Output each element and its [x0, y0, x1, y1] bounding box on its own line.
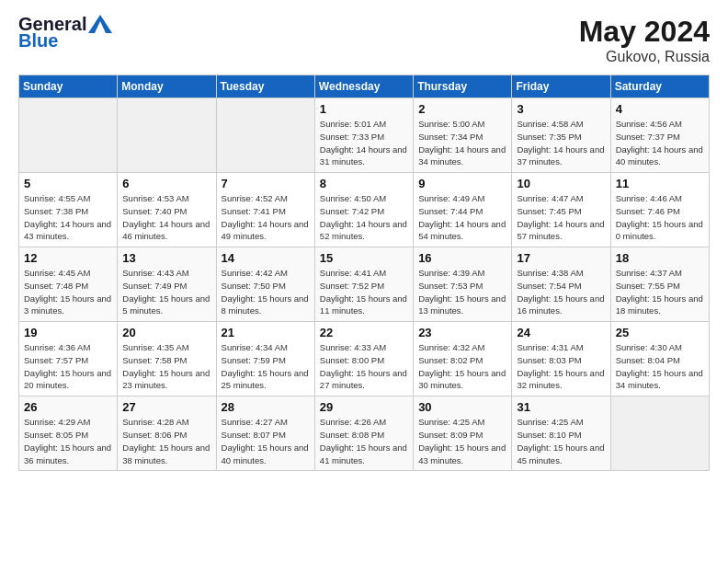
day-number: 24	[517, 326, 605, 339]
day-number: 14	[222, 251, 310, 265]
day-number: 16	[418, 251, 506, 265]
day-info: Sunrise: 4:25 AM Sunset: 8:09 PM Dayligh…	[418, 416, 506, 466]
day-number: 4	[616, 102, 704, 116]
day-info: Sunrise: 4:45 AM Sunset: 7:48 PM Dayligh…	[24, 267, 112, 317]
day-info: Sunrise: 4:31 AM Sunset: 8:03 PM Dayligh…	[517, 341, 605, 392]
calendar-table: SundayMondayTuesdayWednesdayThursdayFrid…	[18, 75, 710, 471]
day-info: Sunrise: 4:47 AM Sunset: 7:45 PM Dayligh…	[517, 192, 605, 243]
day-number: 2	[418, 102, 506, 116]
day-number: 22	[320, 326, 408, 339]
weekday-header-saturday: Saturday	[610, 75, 709, 98]
day-number: 13	[122, 251, 210, 265]
day-number: 20	[122, 326, 210, 339]
day-number: 28	[222, 400, 310, 414]
day-info: Sunrise: 4:56 AM Sunset: 7:37 PM Dayligh…	[616, 118, 704, 168]
day-number: 17	[517, 251, 605, 265]
calendar-cell: 8Sunrise: 4:50 AM Sunset: 7:42 PM Daylig…	[314, 173, 413, 247]
day-info: Sunrise: 4:52 AM Sunset: 7:41 PM Dayligh…	[222, 192, 310, 243]
svg-marker-0	[88, 15, 112, 33]
day-number: 31	[517, 400, 605, 414]
day-number: 5	[24, 177, 112, 190]
weekday-header-tuesday: Tuesday	[216, 75, 314, 98]
calendar-cell	[216, 98, 314, 173]
day-info: Sunrise: 4:34 AM Sunset: 7:59 PM Dayligh…	[222, 341, 310, 392]
day-number: 26	[24, 400, 112, 414]
day-info: Sunrise: 4:37 AM Sunset: 7:55 PM Dayligh…	[616, 267, 704, 317]
title-block: May 2024 Gukovo, Russia	[579, 15, 710, 65]
calendar-cell	[610, 396, 709, 471]
calendar-cell: 2Sunrise: 5:00 AM Sunset: 7:34 PM Daylig…	[414, 98, 512, 173]
calendar-cell: 3Sunrise: 4:58 AM Sunset: 7:35 PM Daylig…	[512, 98, 610, 173]
weekday-header-wednesday: Wednesday	[314, 75, 413, 98]
day-number: 15	[320, 251, 408, 265]
calendar-cell: 4Sunrise: 4:56 AM Sunset: 7:37 PM Daylig…	[610, 98, 709, 173]
weekday-header-monday: Monday	[118, 75, 216, 98]
day-number: 29	[320, 400, 408, 414]
calendar-cell: 14Sunrise: 4:42 AM Sunset: 7:50 PM Dayli…	[216, 247, 314, 322]
weekday-header-friday: Friday	[512, 75, 610, 98]
calendar-cell: 31Sunrise: 4:25 AM Sunset: 8:10 PM Dayli…	[512, 396, 610, 471]
day-number: 23	[418, 326, 506, 339]
month-title: May 2024	[579, 15, 710, 49]
day-number: 11	[616, 177, 704, 190]
calendar-cell: 5Sunrise: 4:55 AM Sunset: 7:38 PM Daylig…	[19, 173, 118, 247]
weekday-header-thursday: Thursday	[414, 75, 512, 98]
calendar-cell: 16Sunrise: 4:39 AM Sunset: 7:53 PM Dayli…	[414, 247, 512, 322]
calendar-cell: 26Sunrise: 4:29 AM Sunset: 8:05 PM Dayli…	[19, 396, 118, 471]
day-info: Sunrise: 4:55 AM Sunset: 7:38 PM Dayligh…	[24, 192, 112, 243]
calendar-cell: 10Sunrise: 4:47 AM Sunset: 7:45 PM Dayli…	[512, 173, 610, 247]
calendar-cell: 20Sunrise: 4:35 AM Sunset: 7:58 PM Dayli…	[118, 322, 216, 396]
day-info: Sunrise: 4:49 AM Sunset: 7:44 PM Dayligh…	[418, 192, 506, 243]
calendar-header-row: SundayMondayTuesdayWednesdayThursdayFrid…	[19, 75, 710, 98]
calendar-cell: 22Sunrise: 4:33 AM Sunset: 8:00 PM Dayli…	[314, 322, 413, 396]
day-info: Sunrise: 4:26 AM Sunset: 8:08 PM Dayligh…	[320, 416, 408, 466]
day-number: 27	[122, 400, 210, 414]
calendar-cell: 19Sunrise: 4:36 AM Sunset: 7:57 PM Dayli…	[19, 322, 118, 396]
logo-wrapper: General Blue	[18, 15, 112, 50]
calendar-cell: 11Sunrise: 4:46 AM Sunset: 7:46 PM Dayli…	[610, 173, 709, 247]
day-number: 30	[418, 400, 506, 414]
calendar-cell	[118, 98, 216, 173]
day-info: Sunrise: 4:42 AM Sunset: 7:50 PM Dayligh…	[222, 267, 310, 317]
day-number: 10	[517, 177, 605, 190]
day-number: 12	[24, 251, 112, 265]
location: Gukovo, Russia	[579, 49, 710, 65]
calendar-week-3: 12Sunrise: 4:45 AM Sunset: 7:48 PM Dayli…	[19, 247, 710, 322]
day-info: Sunrise: 4:27 AM Sunset: 8:07 PM Dayligh…	[222, 416, 310, 466]
day-info: Sunrise: 5:00 AM Sunset: 7:34 PM Dayligh…	[418, 118, 506, 168]
calendar-cell: 25Sunrise: 4:30 AM Sunset: 8:04 PM Dayli…	[610, 322, 709, 396]
day-number: 7	[222, 177, 310, 190]
day-number: 6	[122, 177, 210, 190]
day-info: Sunrise: 4:25 AM Sunset: 8:10 PM Dayligh…	[517, 416, 605, 466]
calendar-cell: 15Sunrise: 4:41 AM Sunset: 7:52 PM Dayli…	[314, 247, 413, 322]
calendar-cell: 29Sunrise: 4:26 AM Sunset: 8:08 PM Dayli…	[314, 396, 413, 471]
calendar-cell: 28Sunrise: 4:27 AM Sunset: 8:07 PM Dayli…	[216, 396, 314, 471]
calendar-week-2: 5Sunrise: 4:55 AM Sunset: 7:38 PM Daylig…	[19, 173, 710, 247]
day-info: Sunrise: 5:01 AM Sunset: 7:33 PM Dayligh…	[320, 118, 408, 168]
calendar-cell: 1Sunrise: 5:01 AM Sunset: 7:33 PM Daylig…	[314, 98, 413, 173]
day-number: 9	[418, 177, 506, 190]
calendar-cell: 21Sunrise: 4:34 AM Sunset: 7:59 PM Dayli…	[216, 322, 314, 396]
calendar-cell: 6Sunrise: 4:53 AM Sunset: 7:40 PM Daylig…	[118, 173, 216, 247]
logo-blue-text: Blue	[18, 31, 112, 50]
logo: General Blue	[18, 15, 112, 50]
calendar-cell	[19, 98, 118, 173]
day-info: Sunrise: 4:43 AM Sunset: 7:49 PM Dayligh…	[122, 267, 210, 317]
day-info: Sunrise: 4:35 AM Sunset: 7:58 PM Dayligh…	[122, 341, 210, 392]
day-info: Sunrise: 4:28 AM Sunset: 8:06 PM Dayligh…	[122, 416, 210, 466]
calendar-week-1: 1Sunrise: 5:01 AM Sunset: 7:33 PM Daylig…	[19, 98, 710, 173]
day-info: Sunrise: 4:58 AM Sunset: 7:35 PM Dayligh…	[517, 118, 605, 168]
day-info: Sunrise: 4:38 AM Sunset: 7:54 PM Dayligh…	[517, 267, 605, 317]
calendar-cell: 30Sunrise: 4:25 AM Sunset: 8:09 PM Dayli…	[414, 396, 512, 471]
day-info: Sunrise: 4:41 AM Sunset: 7:52 PM Dayligh…	[320, 267, 408, 317]
calendar-cell: 23Sunrise: 4:32 AM Sunset: 8:02 PM Dayli…	[414, 322, 512, 396]
day-number: 3	[517, 102, 605, 116]
calendar-cell: 7Sunrise: 4:52 AM Sunset: 7:41 PM Daylig…	[216, 173, 314, 247]
day-info: Sunrise: 4:46 AM Sunset: 7:46 PM Dayligh…	[616, 192, 704, 243]
calendar-cell: 12Sunrise: 4:45 AM Sunset: 7:48 PM Dayli…	[19, 247, 118, 322]
calendar-cell: 27Sunrise: 4:28 AM Sunset: 8:06 PM Dayli…	[118, 396, 216, 471]
day-number: 21	[222, 326, 310, 339]
logo-arrow-icon	[88, 15, 112, 33]
day-info: Sunrise: 4:50 AM Sunset: 7:42 PM Dayligh…	[320, 192, 408, 243]
day-number: 19	[24, 326, 112, 339]
